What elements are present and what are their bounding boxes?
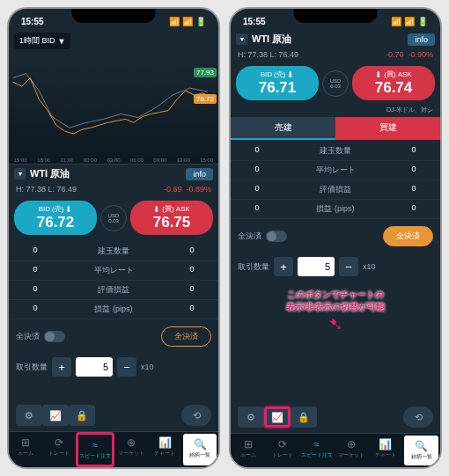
change: -0.69 -0.89%: [164, 185, 211, 194]
arrow-down-icon: ⬇: [287, 70, 294, 79]
chart-time-axis: 15:0018:0021:0000:0003:0006:0009:0012:00…: [9, 157, 218, 163]
high-low: H: 77.38 L: 76.49: [16, 185, 77, 194]
search-icon: 🔍: [405, 440, 438, 452]
qty-plus-button[interactable]: +: [52, 357, 71, 377]
phone-left: 15:55 📶 📶 🔋 1時間 BID ▼ 77.93 76.72 15:001…: [7, 7, 220, 469]
price-chart[interactable]: 77.93 76.72 15:0018:0021:0000:0003:0006:…: [9, 52, 218, 165]
chart-price-current: 76.72: [194, 94, 217, 104]
chart-toggle-button[interactable]: 📈: [42, 405, 69, 426]
lock-icon: 🔒: [76, 410, 88, 421]
chart-price-high: 77.93: [194, 68, 217, 77]
tab-buy[interactable]: 買建: [335, 117, 440, 140]
speed-icon: ≈: [79, 439, 111, 451]
notch: [294, 9, 378, 23]
annotation-arrow: ➷: [231, 319, 440, 329]
ask-button[interactable]: ⬇ (買) ASK 76.75: [130, 201, 213, 235]
tab-trade[interactable]: ⟳トレード: [265, 434, 299, 467]
qty-label: 取引数量: [238, 261, 269, 273]
settle-all-button[interactable]: 全決済: [161, 326, 211, 347]
tab-chart[interactable]: 📊チャート: [368, 434, 402, 467]
tab-market[interactable]: ⊕マーケット: [114, 432, 148, 467]
status-time: 15:55: [21, 17, 44, 26]
chart-icon: 📊: [369, 438, 401, 450]
ticker-name: WTI 原油: [30, 167, 181, 180]
qty-input[interactable]: [76, 357, 113, 377]
rotate-button[interactable]: ⟲: [181, 405, 211, 426]
bid-button[interactable]: BID (売) ⬇ 76.71: [236, 66, 319, 100]
search-icon: 🔍: [184, 438, 216, 450]
gear-icon: ⚙: [25, 410, 33, 421]
tab-bar: ⊞ホーム ⟳トレード ≈スピード注文 ⊕マーケット 📊チャート 🔍銘柄一覧: [9, 431, 218, 467]
chevron-down-icon: ▼: [58, 37, 66, 46]
notch: [72, 9, 156, 23]
tab-bar: ⊞ホーム ⟳トレード ≈スピード注文 ⊕マーケット 📊チャート 🔍銘柄一覧: [231, 433, 440, 467]
status-icons: 📶 📶 🔋: [169, 17, 206, 26]
lock-icon: 🔒: [298, 412, 310, 423]
positions-table: 0建玉数量0 0平均レート0 0評価損益0 0損益 (pips)0: [9, 240, 218, 321]
settle-all-button[interactable]: 全決済: [383, 226, 433, 246]
qty-plus-button[interactable]: +: [274, 257, 293, 276]
high-low: H: 77.38 L: 76.49: [238, 50, 298, 59]
qty-multiplier: x10: [363, 262, 376, 271]
lock-button[interactable]: 🔒: [291, 406, 317, 428]
tab-home[interactable]: ⊞ホーム: [9, 432, 42, 467]
bid-button[interactable]: BID (売) ⬇ 76.72: [14, 201, 97, 235]
arrow-down-icon: ⬇: [153, 205, 160, 214]
chart-candles: [9, 52, 218, 162]
arrow-down-icon: ⬇: [375, 70, 382, 79]
tab-speed-order[interactable]: ≈スピード注文: [76, 432, 114, 467]
settle-toggle[interactable]: [44, 331, 65, 342]
tab-home[interactable]: ⊞ホーム: [231, 434, 265, 467]
ticker-dropdown[interactable]: ▾: [14, 168, 26, 179]
settings-button[interactable]: ⚙: [238, 406, 264, 428]
arrow-down-icon: ⬇: [65, 205, 72, 214]
refresh-icon: ⟳: [43, 436, 75, 449]
settings-button[interactable]: ⚙: [16, 405, 42, 426]
tab-list[interactable]: 🔍銘柄一覧: [183, 434, 217, 465]
chart-toggle-button[interactable]: 📈: [264, 406, 291, 428]
home-icon: ⊞: [10, 436, 41, 449]
tab-sell[interactable]: 売建: [231, 117, 335, 140]
tab-trade[interactable]: ⟳トレード: [42, 432, 76, 467]
chart-icon: 📈: [49, 410, 62, 421]
qty-input[interactable]: [298, 257, 335, 276]
status-time: 15:55: [243, 17, 266, 26]
pair-info: DJ-米ドル、対シ: [231, 106, 440, 117]
chart-icon: 📊: [149, 436, 180, 449]
ask-button[interactable]: ⬇ (買) ASK 76.74: [352, 66, 435, 100]
ticker-dropdown[interactable]: ▾: [236, 33, 247, 45]
qty-minus-button[interactable]: −: [117, 357, 136, 377]
home-icon: ⊞: [232, 438, 264, 450]
rotate-icon: ⟲: [193, 410, 201, 421]
lock-button[interactable]: 🔒: [69, 405, 95, 426]
ticker-name: WTI 原油: [252, 33, 403, 46]
bid-price: 76.71: [243, 79, 312, 97]
settle-all-label: 全決済: [16, 331, 65, 342]
positions-table: 0建玉数量0 0平均レート0 0評価損益0 0損益 (pips)0: [231, 140, 440, 221]
speed-icon: ≈: [300, 438, 333, 450]
status-icons: 📶 📶 🔋: [391, 17, 428, 26]
rotate-button[interactable]: ⟲: [403, 406, 433, 428]
qty-minus-button[interactable]: −: [339, 257, 358, 276]
settle-toggle[interactable]: [266, 231, 287, 242]
chart-icon: 📈: [271, 412, 283, 423]
tab-speed-order[interactable]: ≈スピード注文: [299, 434, 334, 467]
qty-label: 取引数量: [16, 362, 48, 373]
info-button[interactable]: info: [186, 168, 213, 180]
gear-icon: ⚙: [247, 412, 255, 423]
phone-right: 15:55 📶 📶 🔋 ▾ WTI 原油 info H: 77.38 L: 76…: [229, 7, 442, 469]
timeframe-select[interactable]: 1時間 BID ▼: [14, 33, 70, 49]
tab-list[interactable]: 🔍銘柄一覧: [404, 436, 438, 465]
change: -0.70 -0.90%: [386, 50, 433, 59]
refresh-icon: ⟳: [266, 438, 298, 450]
bid-price: 76.72: [21, 214, 90, 231]
settle-all-label: 全決済: [238, 231, 287, 242]
rotate-icon: ⟲: [415, 412, 423, 423]
ask-price: 76.75: [137, 214, 206, 231]
tab-market[interactable]: ⊕マーケット: [334, 434, 368, 467]
tab-chart[interactable]: 📊チャート: [148, 432, 181, 467]
spread-circle: USD0.03: [100, 205, 127, 231]
ask-price: 76.74: [359, 79, 428, 97]
spread-circle: USD0.03: [322, 70, 349, 97]
info-button[interactable]: info: [408, 33, 435, 46]
